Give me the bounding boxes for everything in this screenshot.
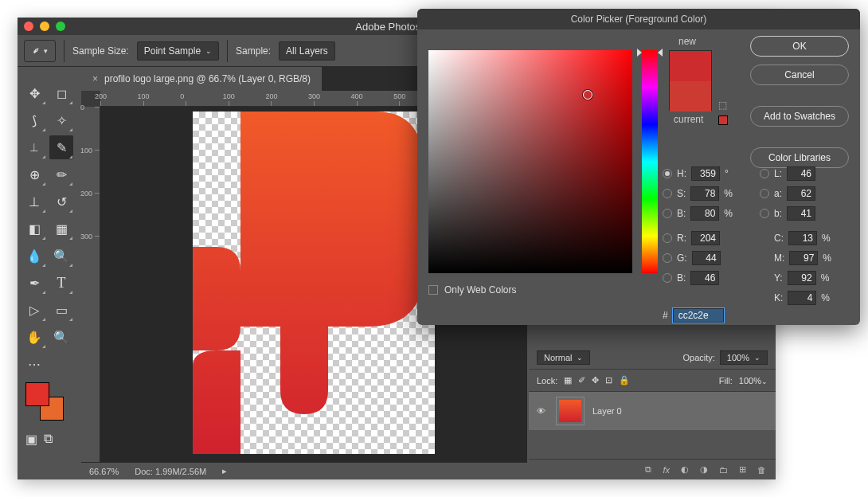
edit-toolbar[interactable]: ⋯ (22, 352, 46, 376)
tool-preset-picker[interactable]: ✒ ▾ (24, 40, 56, 62)
pen-tool[interactable]: ✒ (22, 271, 46, 295)
bc-input[interactable]: 46 (690, 271, 719, 285)
s-input[interactable]: 78 (690, 186, 719, 201)
current-color-swatch[interactable] (670, 81, 711, 112)
cancel-button[interactable]: Cancel (750, 65, 849, 85)
layer-mask-icon[interactable]: ◐ (681, 464, 689, 475)
fill-field[interactable]: 100%⌄ (739, 376, 768, 385)
opacity-label: Opacity: (683, 353, 715, 362)
stamp-tool[interactable]: ⊥ (22, 190, 46, 213)
lock-all-icon[interactable]: 🔒 (619, 375, 630, 385)
quick-mask-toggle[interactable]: ▣ (25, 432, 37, 447)
ok-button[interactable]: OK (750, 36, 849, 57)
zoom-readout[interactable]: 66.67% (89, 467, 119, 476)
a-radio[interactable] (760, 189, 769, 198)
visibility-toggle-icon[interactable]: 👁 (537, 406, 548, 416)
gamut-warning-icon[interactable]: ⬚ (718, 100, 727, 111)
crop-tool[interactable]: ⟂ (22, 135, 46, 159)
h-input[interactable]: 359 (691, 166, 720, 181)
k-input[interactable]: 4 (788, 291, 816, 305)
blend-mode-combo[interactable]: Normal ⌄ (537, 350, 590, 365)
b-input[interactable]: 80 (690, 206, 719, 221)
healing-tool[interactable]: ⊕ (22, 162, 46, 186)
hex-input[interactable]: cc2c2e (673, 308, 724, 323)
eyedropper-tool[interactable]: ✎ (49, 135, 73, 159)
m-label: M: (774, 252, 784, 264)
layer-fx-icon[interactable]: fx (663, 465, 670, 475)
color-swatches (18, 381, 78, 429)
foreground-color-swatch[interactable] (25, 382, 49, 406)
color-cursor[interactable] (583, 90, 592, 100)
g-input[interactable]: 44 (692, 251, 721, 265)
link-layers-icon[interactable]: ⧉ (645, 464, 651, 475)
r-input[interactable]: 204 (691, 231, 720, 245)
lab-cmyk-fields: L:46 a:62 b:41 C:13% M:97% Y:92% K:4% (760, 163, 831, 307)
m-input[interactable]: 97 (789, 251, 818, 265)
layer-thumbnail[interactable] (556, 397, 585, 425)
lab-b-radio[interactable] (760, 209, 769, 218)
layer-group-icon[interactable]: 🗀 (719, 465, 728, 475)
l-radio[interactable] (760, 169, 769, 178)
screen-mode-toggle[interactable]: ⧉ (44, 432, 53, 447)
shape-tool[interactable]: ▭ (49, 298, 73, 322)
marquee-tool[interactable]: ◻ (49, 81, 73, 105)
websafe-warning-swatch[interactable] (718, 115, 728, 125)
hue-slider[interactable] (642, 50, 658, 273)
adjustment-layer-icon[interactable]: ◑ (700, 464, 708, 475)
gradient-tool[interactable]: ▦ (49, 217, 73, 241)
ruler-vertical[interactable]: 0 100 200 300 (81, 107, 100, 462)
lock-artboard-icon[interactable]: ⊡ (605, 375, 612, 385)
blur-tool[interactable]: 💧 (22, 244, 46, 268)
document-tab[interactable]: × profilo logo large.png @ 66.7% (Layer … (81, 67, 322, 91)
lock-position-icon[interactable]: ✥ (592, 375, 599, 385)
lock-pixels-icon[interactable]: ▦ (564, 375, 572, 385)
g-radio[interactable] (663, 253, 672, 263)
a-input[interactable]: 62 (787, 186, 815, 201)
lock-brush-icon[interactable]: ✐ (578, 375, 585, 385)
s-radio[interactable] (663, 189, 672, 198)
layer-name[interactable]: Layer 0 (592, 406, 622, 416)
status-arrow-icon[interactable]: ▸ (222, 466, 227, 476)
lasso-tool[interactable]: ⟆ (22, 108, 46, 132)
r-radio[interactable] (663, 233, 672, 243)
close-window-button[interactable] (24, 22, 33, 31)
hex-field-row: # cc2c2e (663, 308, 724, 323)
l-input[interactable]: 46 (787, 166, 815, 181)
canvas[interactable] (193, 112, 435, 454)
history-brush-tool[interactable]: ↺ (49, 190, 73, 213)
sample-label: Sample: (236, 45, 271, 57)
b-label: B: (677, 208, 686, 219)
zoom-tool[interactable]: 🔍 (49, 325, 73, 349)
c-input[interactable]: 13 (788, 231, 817, 245)
type-tool[interactable]: T (49, 271, 73, 295)
minimize-window-button[interactable] (40, 22, 49, 31)
delete-layer-icon[interactable]: 🗑 (757, 465, 766, 475)
document-tab-title: profilo logo large.png @ 66.7% (Layer 0,… (104, 73, 311, 84)
opacity-field[interactable]: 100%⌄ (720, 350, 768, 365)
h-radio[interactable] (663, 169, 672, 178)
layer-row[interactable]: 👁 Layer 0 (529, 392, 776, 430)
tools-panel: ✥ ◻ ⟆ ✧ ⟂ ✎ ⊕ ✏ ⊥ ↺ ◧ ▦ 💧 🔍 ✒ T ▷ ▭ ✋ 🔍 (18, 76, 78, 450)
path-select-tool[interactable]: ▷ (22, 298, 46, 322)
maximize-window-button[interactable] (56, 22, 65, 31)
doc-size-readout[interactable]: Doc: 1.99M/2.56M (135, 467, 206, 476)
saturation-brightness-field[interactable] (428, 50, 632, 273)
dodge-tool[interactable]: 🔍 (49, 244, 73, 268)
bc-radio[interactable] (663, 273, 672, 283)
quick-select-tool[interactable]: ✧ (49, 108, 73, 132)
new-color-swatch[interactable] (670, 51, 711, 81)
brush-tool[interactable]: ✏ (49, 162, 73, 186)
eraser-tool[interactable]: ◧ (22, 217, 46, 241)
new-layer-icon[interactable]: ⊞ (739, 464, 746, 475)
hue-slider-thumb[interactable] (637, 49, 663, 57)
sample-combo[interactable]: All Layers (279, 41, 335, 61)
hand-tool[interactable]: ✋ (22, 325, 46, 349)
lab-b-input[interactable]: 41 (787, 206, 815, 221)
move-tool[interactable]: ✥ (22, 81, 46, 105)
add-to-swatches-button[interactable]: Add to Swatches (750, 106, 849, 127)
sample-size-combo[interactable]: Point Sample ⌄ (137, 41, 219, 61)
b-radio[interactable] (663, 209, 672, 218)
close-tab-icon[interactable]: × (92, 73, 98, 84)
only-web-colors-checkbox[interactable]: Only Web Colors (428, 284, 516, 295)
y-input[interactable]: 92 (788, 271, 816, 285)
